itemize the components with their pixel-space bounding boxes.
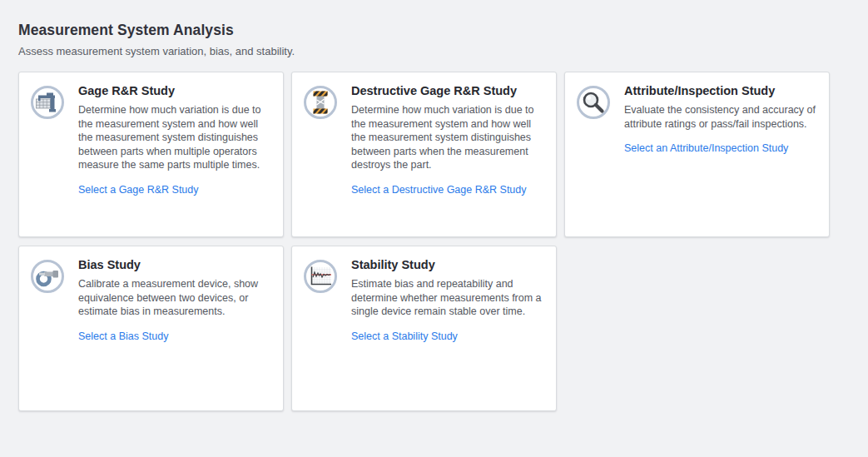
select-stability-study-link[interactable]: Select a Stability Study <box>351 330 458 342</box>
page-subtitle: Assess measurement system variation, bia… <box>18 45 850 57</box>
select-attribute-inspection-study-link[interactable]: Select an Attribute/Inspection Study <box>624 142 788 154</box>
card-attribute-inspection-study: Attribute/Inspection Study Evaluate the … <box>564 72 830 237</box>
card-gage-rr-study: Gage R&R Study Determine how much variat… <box>18 72 284 237</box>
card-stability-study: Stability Study Estimate bias and repeat… <box>291 246 557 411</box>
card-title-bias: Bias Study <box>78 258 270 271</box>
caliper-grid-icon <box>31 86 64 119</box>
card-description-destructive: Determine how much variation is due to t… <box>351 103 543 172</box>
study-card-grid: Gage R&R Study Determine how much variat… <box>18 72 834 411</box>
control-chart-icon <box>304 260 337 293</box>
magnifier-icon <box>577 86 610 119</box>
card-title-attribute: Attribute/Inspection Study <box>624 84 816 97</box>
page-title: Measurement System Analysis <box>18 22 850 39</box>
card-description-gage-rr: Determine how much variation is due to t… <box>78 103 270 172</box>
card-destructive-gage-rr-study: Destructive Gage R&R Study Determine how… <box>291 72 557 237</box>
card-description-stability: Estimate bias and repeatability and dete… <box>351 277 543 319</box>
card-description-attribute: Evaluate the consistency and accuracy of… <box>624 103 816 131</box>
card-title-destructive: Destructive Gage R&R Study <box>351 84 543 97</box>
msa-page: Measurement System Analysis Assess measu… <box>0 0 868 411</box>
card-bias-study: Bias Study Calibrate a measurement devic… <box>18 246 284 411</box>
card-title-stability: Stability Study <box>351 258 543 271</box>
select-gage-rr-study-link[interactable]: Select a Gage R&R Study <box>78 184 199 196</box>
micrometer-icon <box>31 260 64 293</box>
select-destructive-gage-rr-study-link[interactable]: Select a Destructive Gage R&R Study <box>351 184 527 196</box>
destructive-specimen-icon <box>304 86 337 119</box>
card-title-gage-rr: Gage R&R Study <box>78 84 270 97</box>
select-bias-study-link[interactable]: Select a Bias Study <box>78 330 168 342</box>
card-description-bias: Calibrate a measurement device, show equ… <box>78 277 270 319</box>
